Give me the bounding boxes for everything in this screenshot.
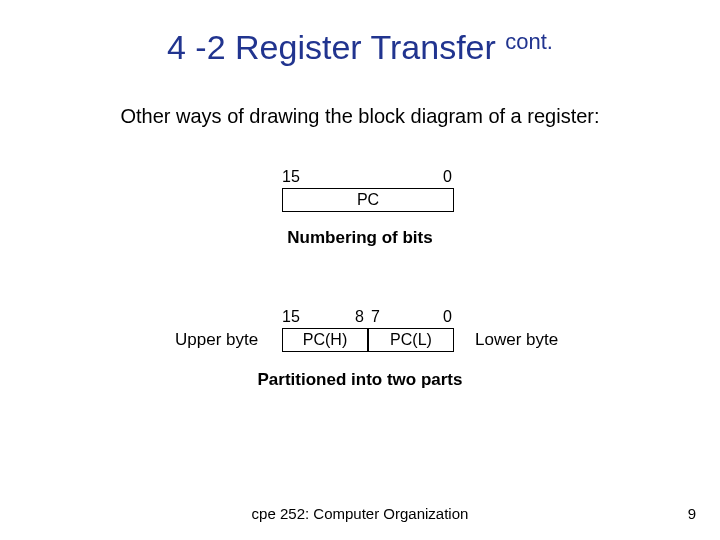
subtitle: Other ways of drawing the block diagram …: [0, 105, 720, 128]
fig1-bit-right: 0: [443, 168, 452, 186]
fig2-left-label: Upper byte: [175, 330, 258, 350]
fig2-high-label: PC(H): [303, 331, 347, 349]
fig2-right-label: Lower byte: [475, 330, 558, 350]
slide: 4 -2 Register Transfer cont. Other ways …: [0, 0, 720, 540]
fig2-bit-8: 8: [355, 308, 364, 326]
fig2-bit-7: 7: [371, 308, 380, 326]
fig2-high-box: PC(H): [282, 328, 368, 352]
title-superscript: cont.: [505, 29, 553, 54]
footer-text: cpe 252: Computer Organization: [0, 505, 720, 522]
fig1-bit-left: 15: [282, 168, 300, 186]
slide-title: 4 -2 Register Transfer cont.: [0, 28, 720, 67]
title-main: 4 -2 Register Transfer: [167, 28, 505, 66]
fig1-caption: Numbering of bits: [0, 228, 720, 248]
fig2-caption: Partitioned into two parts: [0, 370, 720, 390]
fig2-bit-0: 0: [443, 308, 452, 326]
page-number: 9: [688, 505, 696, 522]
fig1-register-box: PC: [282, 188, 454, 212]
fig2-low-label: PC(L): [390, 331, 432, 349]
fig2-low-box: PC(L): [368, 328, 454, 352]
fig1-register-label: PC: [357, 191, 379, 209]
fig2-bit-15: 15: [282, 308, 300, 326]
